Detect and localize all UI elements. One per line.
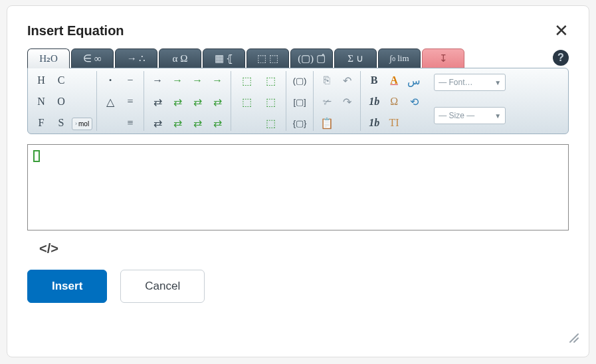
equil-labeled-button[interactable]: ⇄ xyxy=(168,92,187,111)
tab-arrows[interactable]: → ∴ xyxy=(115,48,157,68)
rtl-icon[interactable]: س xyxy=(405,71,423,90)
tab-label: ∈ ∞ xyxy=(83,52,101,64)
paste-icon[interactable]: 📋 xyxy=(318,114,336,132)
presub-template-button[interactable]: ⬚ xyxy=(235,92,258,111)
element-n-button[interactable]: N xyxy=(32,92,50,111)
tab-set-theory[interactable]: ∈ ∞ xyxy=(71,48,114,68)
bold-button[interactable]: B xyxy=(365,71,383,90)
equilibrium-button[interactable]: ⇄ xyxy=(148,92,167,111)
insert-equation-dialog: Insert Equation ✕ ? H₂O ∈ ∞ → ∴ α Ω ▦ ⦃ … xyxy=(7,5,589,357)
tab-label: ▦ ⦃ xyxy=(215,52,234,64)
redo-icon[interactable]: ↷ xyxy=(338,92,356,111)
ribbon-group-templates: ⬚ ⬚ ⬚ ⬚ ⬚ xyxy=(235,71,286,131)
subsup-template-button[interactable]: ⬚ xyxy=(259,92,282,111)
ribbon-group-fences: (▢) [▢] {▢} xyxy=(290,71,314,131)
equil-labeled2-button[interactable]: ⇄ xyxy=(168,114,187,132)
chevron-down-icon: ▼ xyxy=(494,79,501,86)
equilibrium2-button[interactable]: ⇄ xyxy=(148,114,167,132)
ribbon-group-ops: • △ − = ≡ xyxy=(101,71,144,131)
tab-chemistry[interactable]: H₂O xyxy=(27,48,70,68)
svg-line-0 xyxy=(570,334,578,342)
style-1b-button[interactable]: 1b xyxy=(365,92,383,111)
tab-label: (▢) ▢̂ xyxy=(298,52,326,64)
dialog-footer: Insert Cancel xyxy=(27,270,569,303)
code-view-toggle[interactable]: </> xyxy=(39,241,58,256)
arrow-underover-button[interactable]: → xyxy=(208,71,227,90)
tab-download[interactable]: ↧ xyxy=(422,48,464,68)
presubsup-template-button[interactable]: ⬚ xyxy=(259,114,282,132)
bracket-button[interactable]: [▢] xyxy=(290,92,309,111)
tab-layout[interactable]: ⬚ ⬚ xyxy=(247,48,289,68)
paren-button[interactable]: (▢) xyxy=(290,71,309,90)
tab-label: → ∴ xyxy=(127,52,146,64)
cut-icon[interactable]: ✃ xyxy=(318,92,336,111)
button-label: Insert xyxy=(52,280,82,293)
size-placeholder: — Size — xyxy=(439,111,474,120)
cancel-button[interactable]: Cancel xyxy=(120,270,205,303)
tab-label: H₂O xyxy=(39,52,58,64)
equiv-button[interactable]: ≡ xyxy=(121,114,140,132)
svg-line-1 xyxy=(574,338,578,342)
omega-icon[interactable]: Ω xyxy=(385,92,403,111)
button-label: Cancel xyxy=(145,280,180,293)
close-icon[interactable]: ✕ xyxy=(554,22,569,39)
tab-label: ∫₀ lim xyxy=(389,53,409,64)
tab-label: ⬚ ⬚ xyxy=(257,52,278,64)
insertion-cursor-icon xyxy=(33,150,40,162)
ribbon-group-clipboard: ⎘ ✃ 📋 ↶ ↷ xyxy=(318,71,361,131)
font-placeholder: — Font… xyxy=(439,78,472,87)
arrow-over-button[interactable]: → xyxy=(188,71,207,90)
insert-button[interactable]: Insert xyxy=(27,270,107,303)
tabs-row: H₂O ∈ ∞ → ∴ α Ω ▦ ⦃ ⬚ ⬚ (▢) ▢̂ Σ ∪ ∫₀ li… xyxy=(27,48,569,68)
download-icon: ↧ xyxy=(439,52,448,64)
subscript-template-button[interactable]: ⬚ xyxy=(235,71,258,90)
font-dropdown[interactable]: — Font… ▼ xyxy=(434,74,506,91)
equil-over2-button[interactable]: ⇄ xyxy=(188,114,207,132)
resize-grip-icon[interactable] xyxy=(566,330,579,347)
tab-decorations[interactable]: (▢) ▢̂ xyxy=(290,48,333,68)
ti-button[interactable]: TI xyxy=(385,114,403,132)
triangle-button[interactable]: △ xyxy=(101,92,120,111)
textcolor-button[interactable]: A xyxy=(385,71,403,90)
ribbon-group-elements: H N F C O S › mol xyxy=(32,71,97,131)
dialog-title: Insert Equation xyxy=(27,23,124,39)
tab-label: α Ω xyxy=(173,53,188,64)
help-icon[interactable]: ? xyxy=(553,50,569,66)
equil-underover-button[interactable]: ⇄ xyxy=(208,92,227,111)
element-c-button[interactable]: C xyxy=(52,71,70,90)
chevron-right-icon: › xyxy=(75,120,77,127)
chevron-down-icon: ▼ xyxy=(494,112,501,120)
dialog-header: Insert Equation ✕ xyxy=(27,22,569,39)
ribbon-dropdowns: — Font… ▼ — Size — ▼ xyxy=(434,71,506,131)
equil-underover2-button[interactable]: ⇄ xyxy=(208,114,227,132)
cycle-icon[interactable]: ⟲ xyxy=(405,92,423,111)
undo-icon[interactable]: ↶ xyxy=(338,71,356,90)
style-1b-italic-button[interactable]: 1b xyxy=(365,114,383,132)
mol-button[interactable]: › mol xyxy=(72,118,92,130)
ribbon-group-arrows: → ⇄ ⇄ → ⇄ ⇄ → ⇄ ⇄ → ⇄ ⇄ xyxy=(148,71,231,131)
tab-bigops[interactable]: Σ ∪ xyxy=(334,48,377,68)
tab-calculus[interactable]: ∫₀ lim xyxy=(378,48,421,68)
tab-greek[interactable]: α Ω xyxy=(159,48,201,68)
element-o-button[interactable]: O xyxy=(52,92,70,111)
mol-label: mol xyxy=(78,120,89,128)
copy-icon[interactable]: ⎘ xyxy=(318,71,336,90)
ribbon-group-textstyle: B 1b 1b A Ω TI س ⟲ xyxy=(365,71,427,131)
element-s-button[interactable]: S xyxy=(52,114,70,132)
size-dropdown[interactable]: — Size — ▼ xyxy=(434,107,506,124)
equil-over-button[interactable]: ⇄ xyxy=(188,92,207,111)
ribbon: H N F C O S › mol • △ − = xyxy=(27,68,569,134)
element-f-button[interactable]: F xyxy=(32,114,50,132)
arrow-labeled-button[interactable]: → xyxy=(168,71,187,90)
equation-editor[interactable] xyxy=(27,144,569,230)
tab-label: Σ ∪ xyxy=(348,52,363,64)
superscript-template-button[interactable]: ⬚ xyxy=(259,71,282,90)
dot-button[interactable]: • xyxy=(101,71,120,90)
equation-toolbar: ? H₂O ∈ ∞ → ∴ α Ω ▦ ⦃ ⬚ ⬚ (▢) ▢̂ Σ ∪ ∫₀ … xyxy=(27,48,569,135)
element-h-button[interactable]: H xyxy=(32,71,50,90)
tab-matrices[interactable]: ▦ ⦃ xyxy=(203,48,245,68)
arrow-right-button[interactable]: → xyxy=(148,71,167,90)
equals-button[interactable]: = xyxy=(121,92,140,111)
minus-button[interactable]: − xyxy=(121,71,140,90)
brace-button[interactable]: {▢} xyxy=(290,114,309,132)
